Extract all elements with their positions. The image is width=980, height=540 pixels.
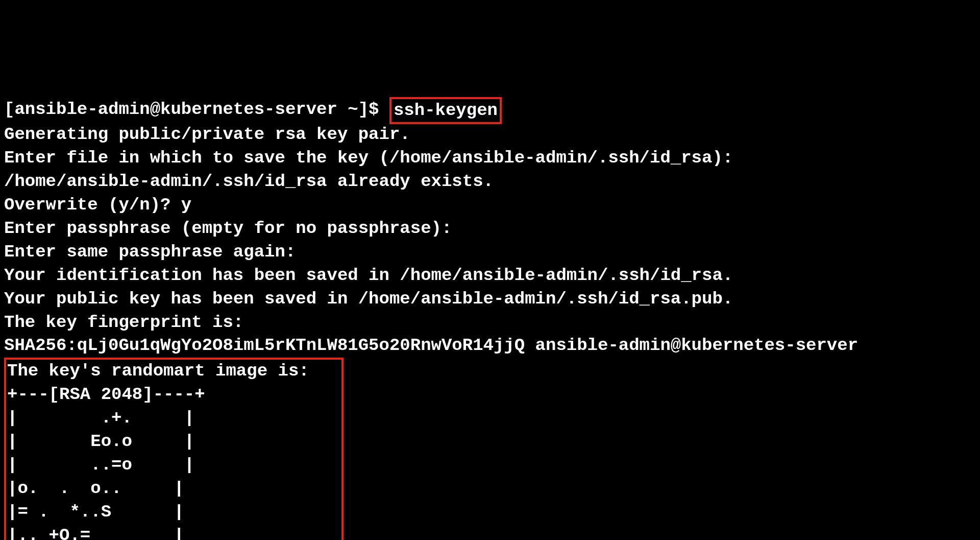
randomart-highlight: The key's randomart image is: +---[RSA 2… [4, 358, 344, 540]
randomart-line: |.. +O.= | [7, 526, 320, 540]
output-line: Your public key has been saved in /home/… [4, 289, 733, 309]
shell-prompt: [ansible-admin@kubernetes-server ~]$ [4, 100, 389, 119]
output-line: SHA256:qLj0Gu1qWgYo2O8imL5rKTnLW81G5o20R… [4, 336, 858, 355]
randomart-line: +---[RSA 2048]----+ [7, 385, 340, 404]
output-line: Enter same passphrase again: [4, 242, 296, 262]
randomart-line: |= . *..S | [7, 502, 320, 522]
randomart-line: | .+. | [7, 408, 330, 428]
output-line: Generating public/private rsa key pair. [4, 125, 410, 144]
output-line: Enter file in which to save the key (/ho… [4, 148, 733, 168]
randomart-line: | Eo.o | [7, 432, 330, 451]
randomart-line: | ..=o | [7, 455, 330, 475]
command-text: ssh-keygen [394, 101, 498, 120]
output-line: /home/ansible-admin/.ssh/id_rsa already … [4, 172, 494, 191]
randomart-line: |o. . o.. | [7, 479, 320, 498]
command-highlight: ssh-keygen [389, 97, 502, 125]
randomart-line: The key's randomart image is: [7, 361, 340, 381]
output-line: Your identification has been saved in /h… [4, 266, 733, 285]
output-line: The key fingerprint is: [4, 313, 243, 332]
terminal-line: [ansible-admin@kubernetes-server ~]$ ssh… [4, 100, 502, 119]
output-line: Enter passphrase (empty for no passphras… [4, 219, 452, 238]
output-line: Overwrite (y/n)? y [4, 195, 191, 215]
